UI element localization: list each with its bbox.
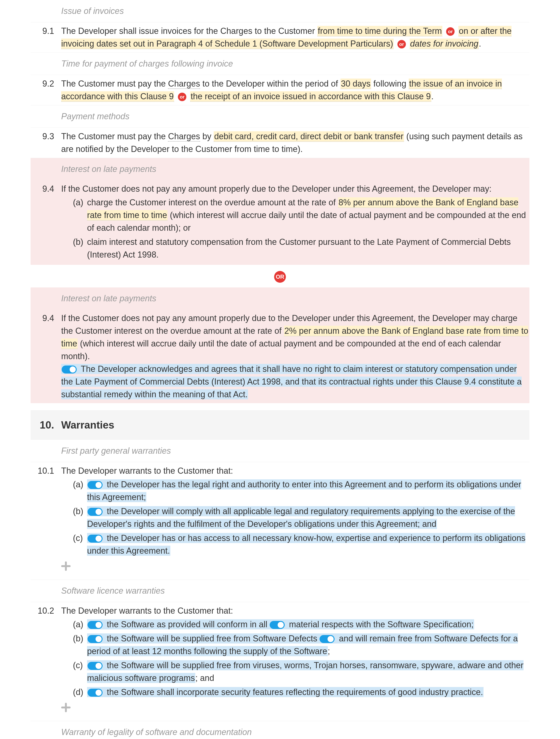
clause-row: Time for payment of charges following in… (31, 53, 529, 75)
clause-number: 9.3 (31, 130, 61, 155)
clause-text: If the Customer does not pay any amount … (61, 182, 529, 263)
toggle-switch[interactable] (88, 689, 103, 697)
toggle-switch[interactable] (88, 635, 103, 643)
section-number: 10. (31, 417, 61, 433)
editable-term[interactable]: 30 days (340, 79, 371, 89)
clause-text: The Developer warrants to the Customer t… (61, 604, 529, 719)
clause-row: Issue of invoices (31, 0, 529, 22)
clause-number: 10.2 (31, 604, 61, 719)
subheading: Interest on late payments (61, 160, 529, 178)
editable-term[interactable]: debit card, credit card, direct debit or… (214, 131, 404, 142)
toggle-switch[interactable] (319, 635, 334, 643)
section-10-heading: 10. Warranties (31, 410, 529, 440)
clause-text: The Developer warrants to the Customer t… (61, 464, 529, 577)
list-letter: (b) (73, 505, 87, 531)
subheading: Time for payment of charges following in… (61, 55, 529, 72)
list-letter: (b) (73, 632, 87, 657)
toggle-switch[interactable] (88, 621, 103, 629)
subheading: Interest on late payments (61, 290, 529, 307)
clause-number: 9.1 (31, 25, 61, 50)
clause-row: First party general warranties (31, 440, 529, 462)
or-pill[interactable]: or (446, 27, 455, 36)
editable-term[interactable]: dates for invoicing (410, 38, 479, 49)
or-separator: OR (31, 265, 529, 287)
document-body: Issue of invoices 9.1 The Developer shal… (0, 0, 560, 739)
toggle-switch[interactable] (270, 621, 285, 629)
clause-row: Interest on late payments (31, 158, 529, 180)
add-item-icon[interactable] (61, 703, 71, 712)
clause-row: Software licence warranties (31, 580, 529, 602)
toggle-switch[interactable] (88, 481, 103, 489)
clause-number: 9.4 (31, 312, 61, 401)
subheading: First party general warranties (61, 442, 529, 460)
clause-row: Payment methods (31, 105, 529, 128)
or-pill-large[interactable]: OR (274, 271, 286, 283)
editable-term[interactable]: the receipt of an invoice issued in acco… (190, 91, 431, 102)
toggle-switch[interactable] (62, 365, 77, 374)
clause-9-2: 9.2 The Customer must pay the Charges to… (31, 75, 529, 105)
section-title: Warranties (61, 417, 114, 433)
clause-row: Interest on late payments (31, 287, 529, 309)
or-pill[interactable]: or (397, 40, 406, 48)
list-letter: (c) (73, 659, 87, 685)
clause-row: Warranty of legality of software and doc… (31, 721, 529, 739)
list-letter: (a) (73, 478, 87, 503)
list-letter: (b) (73, 236, 87, 261)
clause-text: The Customer must pay the Charges to the… (61, 78, 529, 103)
clause-number: 10.1 (31, 464, 61, 577)
subheading: Software licence warranties (61, 582, 529, 600)
editable-term[interactable]: from time to time during the Term (317, 26, 443, 36)
clause-number: 9.4 (31, 182, 61, 263)
clause-9-4-v1: 9.4 If the Customer does not pay any amo… (31, 180, 529, 265)
clause-9-3: 9.3 The Customer must pay the Charges by… (31, 128, 529, 158)
toggle-switch[interactable] (88, 508, 103, 516)
clause-10-1: 10.1 The Developer warrants to the Custo… (31, 462, 529, 580)
list-letter: (a) (73, 196, 87, 234)
toggle-switch[interactable] (88, 662, 103, 670)
list-letter: (a) (73, 618, 87, 631)
clause-9-4-v2: 9.4 If the Customer does not pay any amo… (31, 309, 529, 403)
add-item-icon[interactable] (61, 561, 71, 571)
subheading: Warranty of legality of software and doc… (61, 724, 529, 739)
clause-10-2: 10.2 The Developer warrants to the Custo… (31, 602, 529, 721)
subheading: Issue of invoices (61, 2, 529, 20)
clause-number: 9.2 (31, 78, 61, 103)
clause-text: The Developer shall issue invoices for t… (61, 25, 529, 50)
clause-text: The Customer must pay the Charges by deb… (61, 130, 529, 155)
clause-text: If the Customer does not pay any amount … (61, 312, 529, 401)
defined-term[interactable]: Charges (168, 132, 200, 142)
or-pill[interactable]: or (178, 93, 186, 101)
defined-term[interactable]: Charges (168, 79, 200, 89)
list-letter: (d) (73, 686, 87, 699)
toggle-switch[interactable] (88, 535, 103, 543)
clause-9-1: 9.1 The Developer shall issue invoices f… (31, 22, 529, 53)
subheading: Payment methods (61, 108, 529, 125)
list-letter: (c) (73, 532, 87, 557)
